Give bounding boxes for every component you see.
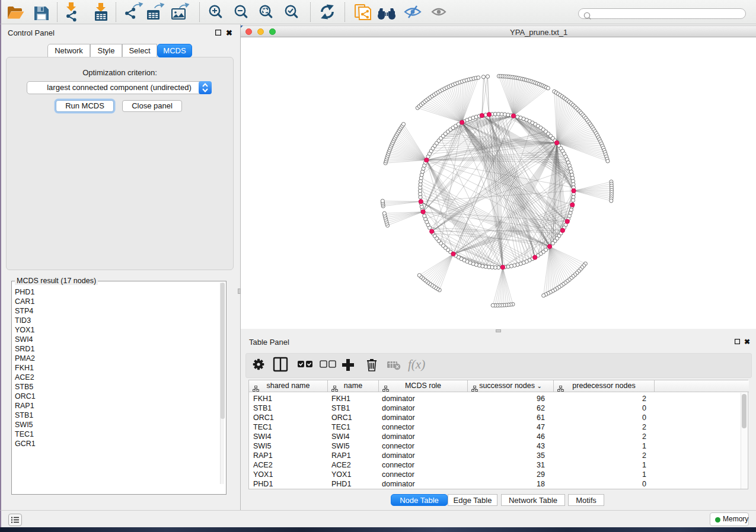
svg-text:f(x): f(x): [408, 357, 425, 371]
